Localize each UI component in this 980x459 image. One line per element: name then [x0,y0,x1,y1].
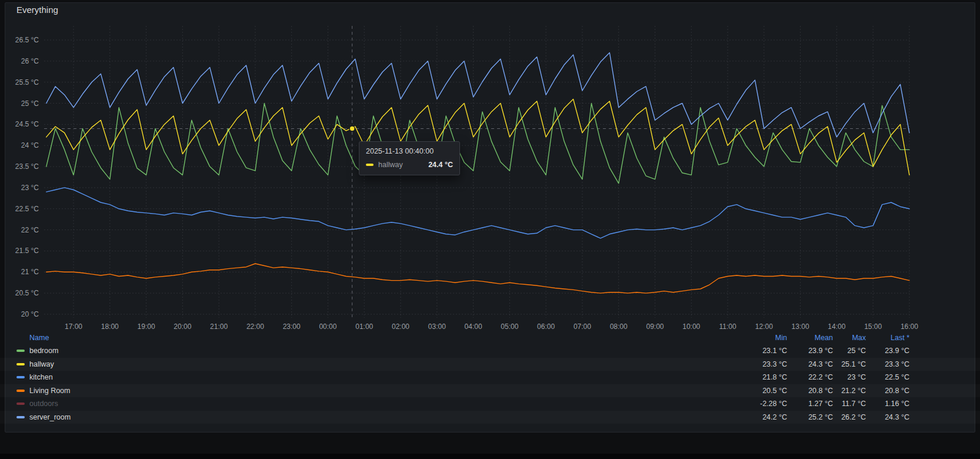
x-tick-label: 02:00 [392,322,409,331]
series-last-value: 20.8 °C [866,387,909,395]
legend-row-outdoors[interactable]: outdoors-2.28 °C1.27 °C11.7 °C1.16 °C [0,397,980,411]
bottom-bar [0,454,980,459]
panel-title[interactable]: Everything [16,5,58,15]
legend-body: bedroom23.1 °C23.9 °C25 °C23.9 °Challway… [0,344,980,424]
series-line-living-room [46,264,909,293]
legend-row-server_room[interactable]: server_room24.2 °C25.2 °C26.2 °C24.3 °C [0,411,980,424]
x-tick-label: 19:00 [138,322,155,331]
series-swatch [16,376,25,378]
series-name[interactable]: kitchen [29,373,53,381]
x-tick-label: 17:00 [65,322,82,331]
series-swatch [16,416,25,418]
x-tick-label: 14:00 [828,322,845,331]
x-tick-label: 15:00 [864,322,882,331]
legend-col-min[interactable]: Min [738,334,787,342]
series-last-value: 23.9 °C [866,347,909,355]
x-tick-label: 11:00 [719,322,736,331]
x-tick-label: 20:00 [174,322,191,331]
legend-row-hallway[interactable]: hallway23.3 °C24.3 °C25.1 °C23.3 °C [0,358,980,371]
series-min-value: 20.5 °C [738,387,787,395]
series-min-value: 23.1 °C [738,347,787,355]
series-mean-value: 23.9 °C [787,347,833,355]
legend-col-name[interactable]: Name [16,334,738,342]
series-min-value: -2.28 °C [738,400,787,408]
y-tick-label: 20.5 °C [15,289,39,297]
x-tick-label: 22:00 [246,322,264,331]
series-mean-value: 25.2 °C [787,413,833,421]
x-tick-label: 12:00 [755,322,773,331]
series-min-value: 21.8 °C [738,373,787,381]
y-tick-label: 25.5 °C [15,78,39,87]
x-tick-label: 00:00 [319,322,336,331]
series-min-value: 23.3 °C [738,360,787,368]
x-tick-label: 10:00 [682,322,700,331]
x-tick-label: 16:00 [901,322,918,331]
y-tick-label: 26 °C [21,57,39,65]
x-tick-label: 01:00 [355,322,373,331]
y-tick-label: 23 °C [21,184,39,192]
series-line-bedroom [46,104,909,184]
y-tick-label: 23.5 °C [15,162,39,171]
series-mean-value: 20.8 °C [787,387,833,395]
legend-row-living-room[interactable]: Living Room20.5 °C20.8 °C21.2 °C20.8 °C [0,384,980,398]
series-name[interactable]: bedroom [29,347,58,355]
legend-row-kitchen[interactable]: kitchen21.8 °C22.2 °C23 °C22.5 °C [0,371,980,384]
x-tick-label: 06:00 [537,322,555,331]
series-line-kitchen [46,188,909,238]
series-name[interactable]: server_room [29,413,71,421]
x-tick-label: 05:00 [501,322,518,331]
series-last-value: 1.16 °C [866,400,909,408]
y-tick-label: 24.5 °C [15,120,39,128]
series-mean-value: 22.2 °C [787,373,833,381]
series-swatch [16,350,25,352]
series-name[interactable]: Living Room [29,387,70,395]
x-tick-label: 03:00 [428,322,446,331]
series-max-value: 11.7 °C [833,400,866,408]
series-max-value: 26.2 °C [833,413,866,421]
series-max-value: 25 °C [833,347,866,355]
series-name[interactable]: hallway [29,360,54,368]
x-tick-label: 09:00 [646,322,664,331]
series-last-value: 24.3 °C [866,413,909,421]
legend-col-last[interactable]: Last * [866,334,909,342]
series-line-hallway [46,99,909,175]
series-name[interactable]: outdoors [29,400,58,408]
legend-table: Name Min Mean Max Last * bedroom23.1 °C2… [0,331,980,424]
x-tick-label: 04:00 [465,322,482,331]
legend-header: Name Min Mean Max Last * [0,331,980,344]
series-max-value: 25.1 °C [833,360,866,368]
y-tick-label: 24 °C [21,141,39,149]
series-swatch [16,403,25,405]
series-name-cell[interactable]: kitchen [16,373,738,381]
series-swatch [16,363,25,365]
legend-row-bedroom[interactable]: bedroom23.1 °C23.9 °C25 °C23.9 °C [0,344,980,358]
series-name-cell[interactable]: hallway [16,360,738,368]
y-tick-label: 26.5 °C [15,36,39,44]
x-tick-label: 21:00 [210,322,228,331]
series-name-cell[interactable]: server_room [16,413,738,421]
y-tick-label: 25 °C [21,99,39,108]
y-tick-label: 21 °C [21,268,39,276]
series-max-value: 21.2 °C [833,387,866,395]
legend-col-mean[interactable]: Mean [787,334,833,342]
x-tick-label: 18:00 [101,322,119,331]
series-name-cell[interactable]: Living Room [16,387,738,395]
legend-col-max[interactable]: Max [833,334,866,342]
series-last-value: 23.3 °C [866,360,909,368]
x-tick-label: 08:00 [610,322,628,331]
series-min-value: 24.2 °C [738,413,787,421]
hover-point [349,126,355,131]
series-swatch [16,390,25,392]
y-tick-label: 22 °C [21,226,39,234]
series-name-cell[interactable]: bedroom [16,347,738,355]
x-tick-label: 13:00 [792,322,809,331]
series-last-value: 22.5 °C [866,373,909,381]
y-tick-label: 21.5 °C [15,247,39,255]
y-tick-label: 20 °C [21,310,39,318]
x-tick-label: 07:00 [574,322,591,331]
series-name-cell[interactable]: outdoors [16,400,738,408]
series-mean-value: 24.3 °C [787,360,833,368]
time-series-plot[interactable]: 20 °C20.5 °C21 °C21.5 °C22 °C22.5 °C23 °… [0,21,980,331]
x-tick-label: 23:00 [283,322,301,331]
series-mean-value: 1.27 °C [787,400,833,408]
